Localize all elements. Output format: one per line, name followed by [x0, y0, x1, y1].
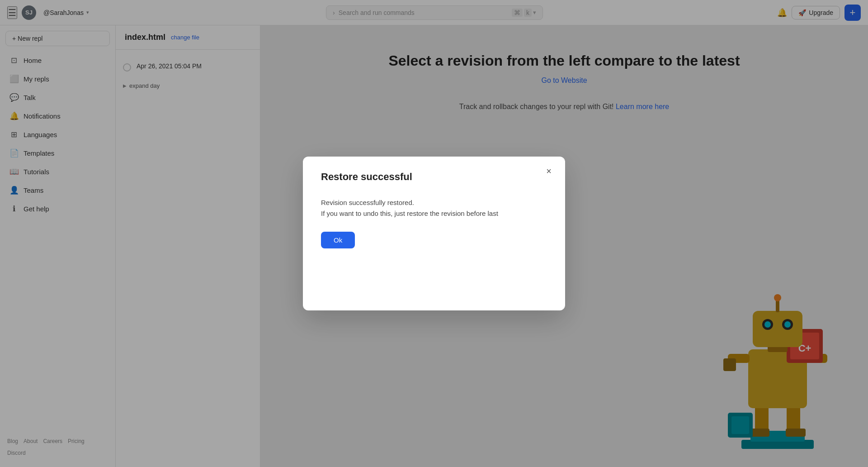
- modal-ok-button[interactable]: Ok: [321, 232, 355, 248]
- modal-body-line1: Revision successfully restored.: [321, 197, 547, 208]
- modal-overlay[interactable]: × Restore successful Revision successful…: [0, 0, 868, 467]
- modal-title: Restore successful: [321, 171, 547, 183]
- modal-body: Revision successfully restored. If you w…: [321, 197, 547, 219]
- modal: × Restore successful Revision successful…: [303, 157, 565, 310]
- modal-close-button[interactable]: ×: [542, 164, 556, 178]
- modal-body-line2: If you want to undo this, just restore t…: [321, 208, 547, 219]
